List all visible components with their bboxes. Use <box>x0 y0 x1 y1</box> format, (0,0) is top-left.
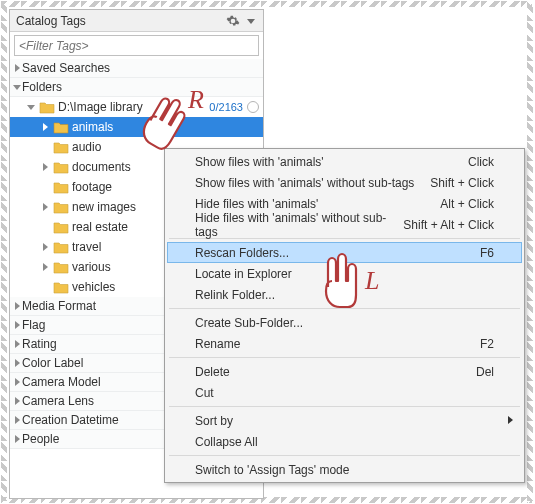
menu-shortcut: Del <box>476 365 494 379</box>
panel-header: Catalog Tags <box>10 10 263 32</box>
filter-wrap <box>10 32 263 59</box>
category-folders[interactable]: Folders <box>10 78 263 97</box>
menu-relink-folder[interactable]: Relink Folder... <box>167 284 522 305</box>
menu-label: Hide files with 'animals' <box>195 197 440 211</box>
chevron-right-icon <box>38 162 52 172</box>
menu-label: Delete <box>195 365 476 379</box>
menu-switch-mode[interactable]: Switch to 'Assign Tags' mode <box>167 459 522 480</box>
folder-row-animals[interactable]: animals <box>10 117 263 137</box>
outer-dashed-right <box>527 1 533 503</box>
menu-hide-files-nosub[interactable]: Hide files with 'animals' without sub-ta… <box>167 214 522 235</box>
menu-label: Cut <box>195 386 494 400</box>
menu-shortcut: Shift + Click <box>430 176 494 190</box>
menu-sort-by[interactable]: Sort by <box>167 410 522 431</box>
folder-icon <box>52 240 69 254</box>
menu-label: Show files with 'animals' without sub-ta… <box>195 176 430 190</box>
category-label: Folders <box>22 80 263 94</box>
folder-icon <box>52 140 69 154</box>
category-saved-searches[interactable]: Saved Searches <box>10 59 263 78</box>
menu-shortcut: Shift + Alt + Click <box>403 218 494 232</box>
folder-icon <box>52 280 69 294</box>
menu-shortcut: F2 <box>480 337 494 351</box>
menu-show-files[interactable]: Show files with 'animals' Click <box>167 151 522 172</box>
menu-rescan-folders[interactable]: Rescan Folders... F6 <box>167 242 522 263</box>
gear-icon[interactable] <box>225 13 241 29</box>
chevron-right-icon <box>12 320 22 330</box>
menu-shortcut: F6 <box>480 246 494 260</box>
menu-rename[interactable]: Rename F2 <box>167 333 522 354</box>
menu-label: Switch to 'Assign Tags' mode <box>195 463 494 477</box>
menu-create-subfolder[interactable]: Create Sub-Folder... <box>167 312 522 333</box>
submenu-arrow-icon <box>506 414 514 428</box>
chevron-right-icon <box>12 339 22 349</box>
folder-label: animals <box>72 120 259 134</box>
chevron-right-icon <box>38 202 52 212</box>
chevron-right-icon <box>12 301 22 311</box>
panel-menu-icon[interactable] <box>243 13 259 29</box>
folder-icon <box>52 160 69 174</box>
chevron-down-icon <box>12 82 22 92</box>
outer-dashed-left <box>1 1 7 503</box>
menu-separator <box>169 357 520 358</box>
chevron-right-icon <box>38 242 52 252</box>
menu-label: Collapse All <box>195 435 494 449</box>
folder-icon <box>52 120 69 134</box>
folder-icon <box>52 200 69 214</box>
menu-cut[interactable]: Cut <box>167 382 522 403</box>
menu-label: Relink Folder... <box>195 288 494 302</box>
chevron-right-icon <box>38 122 52 132</box>
folder-icon <box>52 260 69 274</box>
menu-locate-explorer[interactable]: Locate in Explorer <box>167 263 522 284</box>
outer-dashed-top <box>1 1 532 7</box>
folder-icon <box>52 220 69 234</box>
menu-label: Show files with 'animals' <box>195 155 468 169</box>
menu-label: Sort by <box>195 414 494 428</box>
folder-count: 0/2163 <box>209 101 243 113</box>
menu-separator <box>169 455 520 456</box>
chevron-right-icon <box>12 358 22 368</box>
chevron-right-icon <box>12 396 22 406</box>
chevron-down-icon <box>24 102 38 112</box>
chevron-right-icon <box>12 377 22 387</box>
menu-label: Rename <box>195 337 480 351</box>
category-label: Saved Searches <box>22 61 263 75</box>
menu-separator <box>169 308 520 309</box>
chevron-right-icon <box>12 415 22 425</box>
folder-icon <box>38 100 55 114</box>
menu-label: Locate in Explorer <box>195 267 494 281</box>
folder-label: D:\Image library <box>58 100 209 114</box>
chevron-right-icon <box>12 434 22 444</box>
chevron-right-icon <box>12 63 22 73</box>
menu-separator <box>169 406 520 407</box>
menu-label: Hide files with 'animals' without sub-ta… <box>195 211 403 239</box>
folder-icon <box>52 180 69 194</box>
panel-title: Catalog Tags <box>16 14 223 28</box>
menu-shortcut: Click <box>468 155 494 169</box>
menu-label: Create Sub-Folder... <box>195 316 494 330</box>
menu-show-files-nosub[interactable]: Show files with 'animals' without sub-ta… <box>167 172 522 193</box>
filter-tags-input[interactable] <box>14 35 259 56</box>
menu-label: Rescan Folders... <box>195 246 480 260</box>
menu-delete[interactable]: Delete Del <box>167 361 522 382</box>
menu-collapse-all[interactable]: Collapse All <box>167 431 522 452</box>
menu-shortcut: Alt + Click <box>440 197 494 211</box>
context-menu: Show files with 'animals' Click Show fil… <box>164 148 525 483</box>
folder-toggle-circle[interactable] <box>247 101 259 113</box>
chevron-right-icon <box>38 262 52 272</box>
folder-row-root[interactable]: D:\Image library 0/2163 <box>10 97 263 117</box>
